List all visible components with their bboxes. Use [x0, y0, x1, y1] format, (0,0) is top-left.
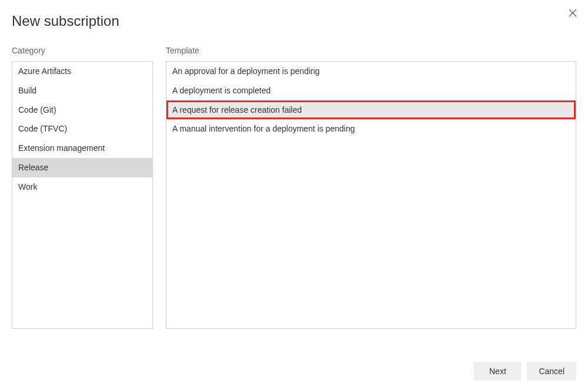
category-column: Category Azure ArtifactsBuildCode (Git)C… — [12, 46, 153, 329]
dialog-title: New subscription — [0, 0, 588, 29]
category-item[interactable]: Extension management — [12, 139, 152, 158]
template-item[interactable]: An approval for a deployment is pending — [166, 62, 576, 81]
columns-container: Category Azure ArtifactsBuildCode (Git)C… — [0, 29, 588, 329]
template-list: An approval for a deployment is pendingA… — [166, 61, 576, 329]
category-item[interactable]: Azure Artifacts — [12, 62, 152, 81]
category-item[interactable]: Build — [12, 81, 152, 100]
cancel-button[interactable]: Cancel — [527, 362, 576, 381]
close-button[interactable] — [566, 6, 580, 20]
category-item[interactable]: Code (Git) — [12, 100, 152, 120]
category-item[interactable]: Work — [12, 177, 152, 197]
category-list: Azure ArtifactsBuildCode (Git)Code (TFVC… — [12, 61, 153, 329]
template-item[interactable]: A deployment is completed — [166, 81, 576, 100]
next-button[interactable]: Next — [474, 362, 521, 381]
category-item[interactable]: Release — [12, 158, 152, 177]
category-column-label: Category — [12, 46, 153, 55]
dialog-footer: Next Cancel — [474, 362, 576, 381]
template-item[interactable]: A request for release creation failed — [166, 100, 576, 120]
template-column: Template An approval for a deployment is… — [166, 46, 576, 329]
template-item[interactable]: A manual intervention for a deployment i… — [166, 119, 576, 139]
close-icon — [569, 9, 577, 17]
category-item[interactable]: Code (TFVC) — [12, 119, 152, 139]
template-column-label: Template — [166, 46, 576, 55]
